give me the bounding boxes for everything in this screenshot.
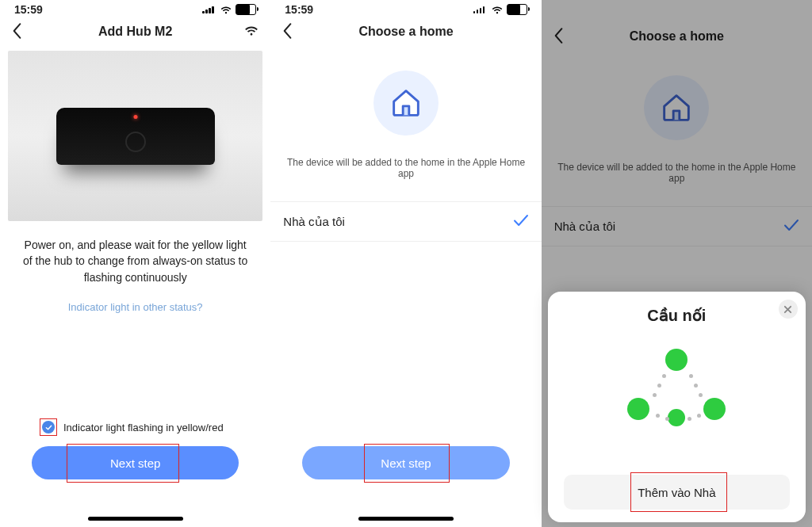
battery-icon — [507, 4, 527, 15]
signal-icon — [473, 6, 488, 13]
back-button[interactable] — [553, 27, 564, 48]
add-to-home-button[interactable]: Thêm vào Nhà — [564, 475, 790, 510]
battery-icon — [236, 4, 256, 15]
home-name: Nhà của tôi — [283, 215, 345, 229]
status-bar: 15:59 — [0, 0, 270, 16]
hub-image — [8, 51, 262, 221]
page-title: Choose a home — [630, 29, 724, 44]
checkbox-label: Indicator light flashing in yellow/red — [63, 422, 224, 433]
home-option-row[interactable]: Nhà của tôi — [542, 206, 812, 246]
home-illustration — [366, 63, 446, 143]
house-icon — [388, 85, 424, 121]
indicator-checkbox-row[interactable]: Indicator light flashing in yellow/red — [0, 418, 270, 436]
back-button[interactable] — [282, 22, 293, 43]
status-time: 15:59 — [14, 3, 43, 16]
status-bar: 15:59 — [270, 0, 541, 16]
screen-choose-home: 15:59 Choose a home The device will be a… — [270, 0, 541, 527]
status-time: 15:59 — [285, 3, 313, 16]
indicator-status-link[interactable]: Indicator light in other status? — [0, 301, 270, 313]
wifi-indicator-icon[interactable] — [243, 24, 259, 40]
checkbox-checked-icon[interactable] — [42, 421, 55, 433]
hub-device — [56, 108, 215, 165]
modal-title: Cầu nối — [548, 306, 806, 325]
nav-bar: Choose a home — [542, 21, 812, 52]
wifi-icon — [491, 5, 504, 14]
next-step-button[interactable]: Next step — [302, 446, 509, 479]
next-step-label: Next step — [381, 456, 431, 470]
home-illustration — [637, 68, 716, 147]
home-indicator — [358, 517, 454, 521]
selected-check-icon — [783, 218, 799, 235]
home-indicator — [88, 517, 183, 521]
next-step-button[interactable]: Next step — [32, 446, 239, 479]
close-button[interactable] — [779, 300, 798, 319]
bridge-illustration — [621, 349, 732, 436]
signal-icon — [202, 6, 216, 13]
next-step-label: Next step — [110, 456, 160, 470]
home-name: Nhà của tôi — [554, 220, 616, 234]
nav-bar: Add Hub M2 — [0, 16, 270, 48]
house-icon — [658, 90, 695, 126]
checkbox-highlight — [40, 418, 57, 436]
wifi-icon — [220, 5, 232, 14]
bridge-modal: Cầu nối Thêm vào Nhà — [548, 292, 806, 522]
home-option-row[interactable]: Nhà của tôi — [270, 201, 541, 242]
back-button[interactable] — [11, 22, 22, 43]
instruction-text: Power on, and please wait for the yellow… — [0, 221, 270, 285]
screen-add-hub: 15:59 Add Hub M2 Power on, and please wa… — [0, 0, 270, 527]
subtext: The device will be added to the home in … — [542, 162, 812, 184]
subtext: The device will be added to the home in … — [270, 157, 541, 179]
add-to-home-label: Thêm vào Nhà — [638, 486, 715, 499]
nav-bar: Choose a home — [270, 16, 541, 48]
page-title: Choose a home — [358, 25, 453, 39]
screen-choose-home-modal: Choose a home The device will be added t… — [542, 0, 812, 527]
page-title: Add Hub M2 — [98, 25, 172, 39]
selected-check-icon — [513, 213, 529, 230]
